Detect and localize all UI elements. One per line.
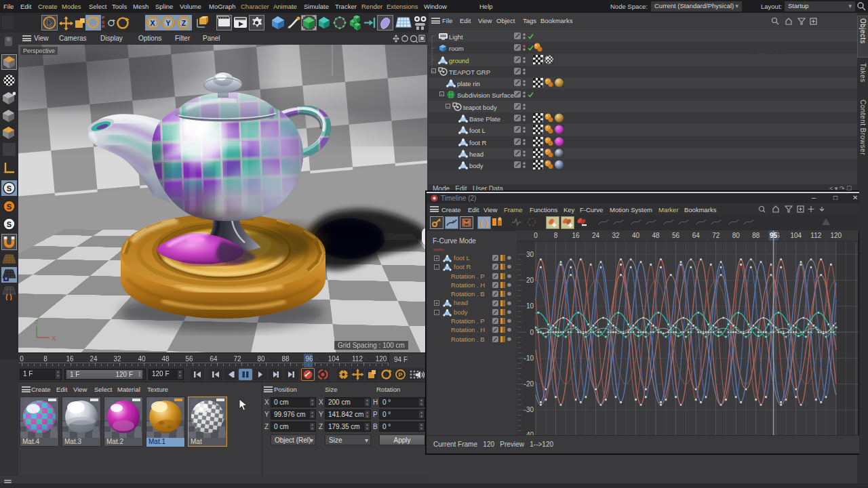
svg-text:X: X bbox=[52, 335, 56, 342]
svg-text:Z: Z bbox=[35, 319, 39, 325]
svg-text:20: 20 bbox=[526, 277, 534, 284]
svg-text:( ): ( ) bbox=[5, 293, 12, 300]
svg-text:64: 64 bbox=[692, 232, 701, 239]
svg-text:0: 0 bbox=[530, 329, 534, 336]
svg-text:S: S bbox=[7, 220, 12, 228]
svg-text:P: P bbox=[398, 371, 402, 378]
svg-text:88: 88 bbox=[752, 232, 760, 239]
svg-text:32: 32 bbox=[612, 232, 620, 239]
svg-text:30: 30 bbox=[526, 251, 534, 258]
svg-text:80: 80 bbox=[732, 232, 741, 239]
svg-text:Y: Y bbox=[165, 19, 170, 27]
svg-text:S: S bbox=[7, 203, 12, 211]
svg-text:72: 72 bbox=[712, 232, 720, 239]
svg-text:16: 16 bbox=[572, 232, 580, 239]
svg-text:8: 8 bbox=[554, 232, 558, 239]
svg-text:Z: Z bbox=[182, 19, 186, 27]
svg-text:40: 40 bbox=[632, 232, 640, 239]
svg-text:10: 10 bbox=[526, 302, 534, 310]
svg-text:120: 120 bbox=[830, 232, 842, 239]
svg-text:112: 112 bbox=[810, 232, 821, 239]
svg-text:0: 0 bbox=[534, 232, 538, 239]
svg-text:X: X bbox=[150, 19, 155, 27]
svg-text:104: 104 bbox=[790, 232, 802, 239]
svg-text:S: S bbox=[7, 184, 12, 192]
svg-text:24: 24 bbox=[592, 232, 600, 239]
svg-text:56: 56 bbox=[672, 232, 680, 239]
svg-text:95: 95 bbox=[770, 232, 778, 239]
svg-text:48: 48 bbox=[652, 232, 660, 239]
svg-text:( ): ( ) bbox=[480, 218, 488, 228]
